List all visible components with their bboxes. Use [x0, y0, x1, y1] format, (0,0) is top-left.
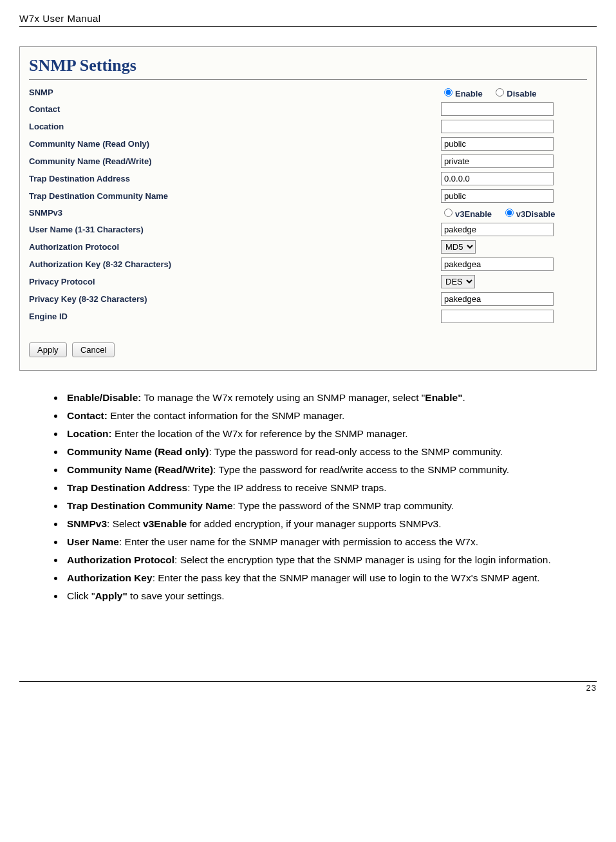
description-list: Enable/Disable: To manage the W7x remote…	[19, 390, 597, 604]
header-rule	[19, 26, 597, 27]
cancel-button[interactable]: Cancel	[72, 342, 115, 357]
list-item: User Name: Enter the user name for the S…	[64, 534, 597, 550]
snmp-disable-label: Disable	[507, 89, 536, 98]
snmp-enable-label: Enable	[455, 89, 483, 98]
snmp-enable-radio[interactable]	[444, 88, 453, 97]
community-rw-input[interactable]	[441, 154, 554, 168]
list-item: Authorization Protocol: Select the encry…	[64, 552, 597, 568]
authproto-select[interactable]: MD5	[441, 240, 476, 254]
list-item: Location: Enter the location of the W7x …	[64, 426, 597, 442]
username-label: User Name (1-31 Characters)	[29, 225, 441, 234]
engineid-label: Engine ID	[29, 312, 441, 321]
v3disable-label: v3Disable	[516, 209, 555, 219]
list-item: SNMPv3: Select v3Enable for added encryp…	[64, 516, 597, 532]
footer-rule	[19, 681, 597, 682]
v3enable-radio[interactable]	[444, 209, 453, 217]
engineid-input[interactable]	[441, 310, 554, 323]
community-rw-label: Community Name (Read/Write)	[29, 156, 441, 166]
privproto-select[interactable]: DES	[441, 275, 475, 288]
list-item: Community Name (Read only): Type the pas…	[64, 444, 597, 460]
community-ro-input[interactable]	[441, 137, 554, 151]
list-item: Contact: Enter the contact information f…	[64, 408, 597, 424]
trap-addr-input[interactable]	[441, 172, 554, 185]
snmp-disable-radio[interactable]	[496, 88, 504, 97]
trap-comm-label: Trap Destination Community Name	[29, 191, 441, 201]
community-ro-label: Community Name (Read Only)	[29, 139, 441, 149]
username-input[interactable]	[441, 223, 554, 236]
trap-addr-label: Trap Destination Address	[29, 174, 441, 183]
location-label: Location	[29, 122, 441, 131]
snmpv3-label: SNMPv3	[29, 208, 441, 218]
trap-comm-input[interactable]	[441, 189, 554, 203]
snmp-settings-screenshot: SNMP Settings SNMP Enable Disable Contac…	[19, 46, 597, 371]
doc-header-title: W7x User Manual	[19, 13, 597, 24]
snmp-label: SNMP	[29, 88, 441, 97]
v3disable-radio[interactable]	[505, 209, 514, 217]
privkey-input[interactable]	[441, 292, 554, 306]
list-item: Trap Destination Community Name: Type th…	[64, 498, 597, 514]
location-input[interactable]	[441, 120, 554, 133]
apply-button[interactable]: Apply	[29, 342, 67, 357]
v3enable-label: v3Enable	[455, 209, 492, 219]
contact-input[interactable]	[441, 102, 554, 116]
contact-label: Contact	[29, 104, 441, 114]
authproto-label: Authorization Protocol	[29, 242, 441, 252]
list-item: Community Name (Read/Write): Type the pa…	[64, 462, 597, 478]
authkey-label: Authorization Key (8-32 Characters)	[29, 259, 441, 269]
list-item: Click "Apply" to save your settings.	[64, 588, 597, 604]
list-item: Authorization Key: Enter the pass key th…	[64, 570, 597, 586]
page-number: 23	[19, 683, 597, 693]
privkey-label: Privacy Key (8-32 Characters)	[29, 294, 441, 304]
privproto-label: Privacy Protocol	[29, 277, 441, 286]
list-item: Enable/Disable: To manage the W7x remote…	[64, 390, 597, 406]
panel-title: SNMP Settings	[29, 56, 587, 80]
authkey-input[interactable]	[441, 257, 554, 271]
list-item: Trap Destination Address: Type the IP ad…	[64, 480, 597, 496]
